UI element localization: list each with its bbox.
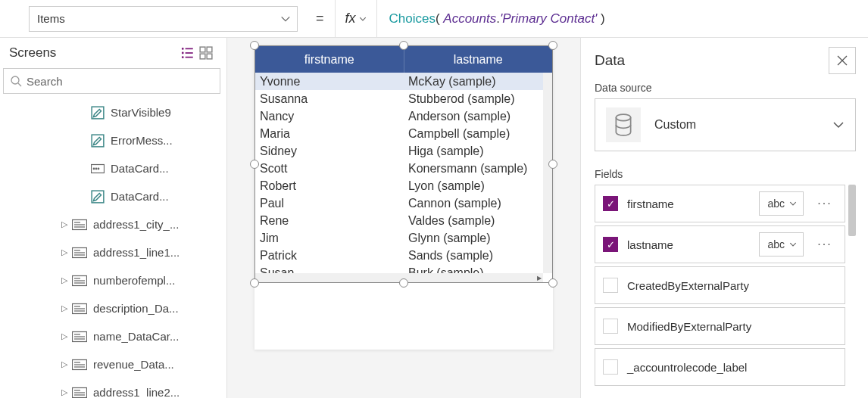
cell: Konersmann (sample) — [404, 160, 552, 177]
table-row[interactable]: SusannaStubberod (sample) — [255, 90, 552, 107]
tree-item[interactable]: ▷name_DataCar... — [0, 322, 226, 350]
svg-rect-7 — [207, 47, 212, 52]
cell: Cannon (sample) — [404, 194, 552, 212]
cell: Yvonne — [255, 73, 404, 90]
data-source-label: Data source — [595, 82, 856, 94]
chevron-down-icon — [832, 119, 845, 131]
field-type-select[interactable]: abc — [759, 191, 804, 216]
checkbox[interactable] — [603, 278, 618, 293]
resize-handle[interactable] — [250, 278, 259, 288]
data-panel: Data Data source Custom Fields ✓firstnam… — [580, 38, 868, 398]
table-row[interactable]: PatrickSands (sample) — [255, 247, 552, 264]
cell: Susanna — [255, 90, 404, 107]
table-row[interactable]: JimGlynn (sample) — [255, 229, 552, 247]
resize-handle[interactable] — [250, 41, 259, 50]
chevron-down-icon — [280, 14, 291, 24]
property-select-value: Items — [37, 12, 65, 25]
vertical-scrollbar[interactable] — [543, 73, 552, 273]
data-source-select[interactable]: Custom — [595, 98, 856, 151]
tree-view: StarVisible9ErrorMess...DataCard...DataC… — [0, 98, 226, 398]
table-row[interactable]: SidneyHiga (sample) — [255, 142, 552, 160]
cell: Glynn (sample) — [404, 229, 552, 247]
checkbox[interactable] — [603, 319, 618, 334]
svg-point-17 — [98, 168, 99, 169]
tree-item[interactable]: ▷numberofempl... — [0, 266, 226, 294]
field-row[interactable]: _accountrolecode_label — [595, 348, 845, 386]
checkbox[interactable] — [603, 359, 618, 375]
cell: Jim — [255, 229, 404, 247]
expand-icon[interactable]: ▷ — [57, 275, 72, 285]
cell: Higa (sample) — [404, 142, 552, 160]
checkbox[interactable]: ✓ — [603, 237, 618, 252]
tree-item[interactable]: ▷address1_city_... — [0, 210, 226, 238]
screens-title: Screens — [9, 45, 181, 61]
search-input[interactable]: Search — [3, 68, 220, 94]
table-row[interactable]: NancyAnderson (sample) — [255, 107, 552, 125]
svg-rect-8 — [200, 54, 205, 59]
table-row[interactable]: PaulCannon (sample) — [255, 194, 552, 212]
field-label: firstname — [627, 197, 750, 210]
cell: Patrick — [255, 247, 404, 264]
svg-point-4 — [183, 52, 183, 53]
field-row[interactable]: ModifiedByExternalParty — [595, 307, 845, 345]
expand-icon[interactable]: ▷ — [57, 247, 72, 257]
expand-icon[interactable]: ▷ — [57, 219, 72, 229]
column-header[interactable]: lastname — [404, 46, 553, 73]
table-row[interactable]: ReneValdes (sample) — [255, 212, 552, 229]
tree-item[interactable]: ▷revenue_Data... — [0, 350, 226, 378]
search-icon — [10, 75, 22, 87]
field-row[interactable]: CreatedByExternalParty — [595, 266, 845, 304]
tree-item[interactable]: ▷address1_line1... — [0, 238, 226, 266]
checkbox[interactable]: ✓ — [603, 196, 618, 211]
tree-item[interactable]: ErrorMess... — [0, 126, 226, 154]
resize-handle[interactable] — [548, 278, 557, 288]
tree-item[interactable]: DataCard... — [0, 154, 226, 182]
data-source-value: Custom — [654, 118, 696, 132]
tree-item[interactable]: DataCard... — [0, 182, 226, 210]
close-icon — [836, 54, 848, 67]
cell: Valdes (sample) — [404, 212, 552, 229]
tree-item-label: address1_city_... — [93, 218, 179, 231]
tree-item-label: DataCard... — [111, 162, 169, 175]
canvas[interactable]: firstname lastname YvonneMcKay (sample)S… — [227, 38, 580, 398]
resize-handle[interactable] — [250, 160, 259, 169]
tree-item[interactable]: StarVisible9 — [0, 98, 226, 126]
resize-handle[interactable] — [548, 41, 557, 50]
more-button[interactable]: ··· — [813, 197, 837, 210]
cell: Anderson (sample) — [404, 107, 552, 125]
more-button[interactable]: ··· — [813, 238, 837, 251]
table-row[interactable]: ScottKonersmann (sample) — [255, 160, 552, 177]
tree-item[interactable]: ▷address1_line2... — [0, 378, 226, 398]
expand-icon[interactable]: ▷ — [57, 387, 72, 397]
data-table-control[interactable]: firstname lastname YvonneMcKay (sample)S… — [254, 45, 553, 283]
formula-input[interactable]: Choices( Accounts.'Primary Contact' ) — [377, 11, 868, 26]
close-button[interactable] — [829, 47, 856, 74]
svg-line-11 — [18, 83, 21, 86]
search-placeholder: Search — [27, 75, 63, 88]
equals-label: = — [305, 11, 335, 26]
screens-grid-icon[interactable] — [199, 46, 217, 60]
resize-handle[interactable] — [399, 41, 408, 50]
table-row[interactable]: MariaCampbell (sample) — [255, 125, 552, 142]
screens-list-icon[interactable] — [181, 46, 199, 60]
tree-item-label: numberofempl... — [93, 274, 175, 287]
cell: Robert — [255, 177, 404, 194]
vertical-scrollbar[interactable] — [848, 185, 856, 236]
database-icon — [606, 107, 641, 142]
property-select[interactable]: Items — [29, 6, 298, 32]
field-type-select[interactable]: abc — [759, 232, 804, 257]
tree-item[interactable]: ▷description_Da... — [0, 294, 226, 322]
field-row[interactable]: ✓lastnameabc ··· — [595, 225, 845, 263]
column-header[interactable]: firstname — [255, 46, 404, 73]
table-row[interactable]: RobertLyon (sample) — [255, 177, 552, 194]
expand-icon[interactable]: ▷ — [57, 303, 72, 313]
resize-handle[interactable] — [399, 278, 408, 288]
expand-icon[interactable]: ▷ — [57, 331, 72, 341]
expand-icon[interactable]: ▷ — [57, 359, 72, 369]
fx-button[interactable]: fx — [336, 0, 377, 37]
field-row[interactable]: ✓firstnameabc ··· — [595, 185, 845, 222]
svg-point-5 — [183, 57, 183, 58]
screens-panel: Screens Search StarVisible9ErrorMess...D… — [0, 38, 227, 398]
table-row[interactable]: YvonneMcKay (sample) — [255, 73, 552, 90]
resize-handle[interactable] — [548, 160, 557, 169]
